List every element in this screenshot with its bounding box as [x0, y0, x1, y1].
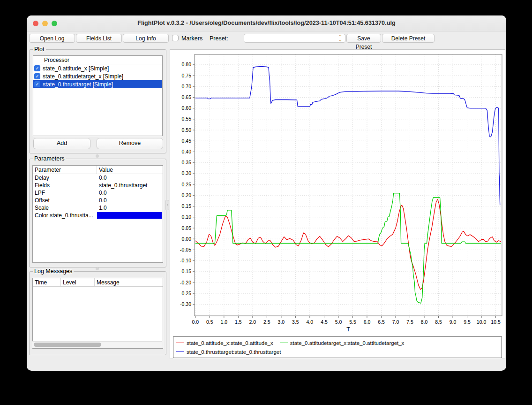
x-tick-label: 5.5: [349, 319, 356, 325]
checkbox-column: [33, 56, 41, 64]
x-tick-label: 9.5: [464, 319, 471, 325]
processor-list: Processor ✓state_0.attitude_x [Simple]✓s…: [33, 55, 163, 136]
parameter-value: 0.0: [97, 197, 163, 204]
x-tick-label: 5.0: [335, 319, 342, 325]
splitter-handle[interactable]: [96, 154, 99, 158]
x-tick-label: 10.0: [477, 319, 487, 325]
legend-label: state_0.attitude_x:state_0.attitude_x: [187, 340, 273, 346]
item-checkbox[interactable]: ✓: [34, 65, 40, 71]
y-tick-label: -0.15: [180, 268, 191, 274]
parameter-row[interactable]: LPF0.0: [33, 189, 163, 197]
preset-combobox[interactable]: ⌃⌄: [244, 34, 345, 43]
horizontal-scrollbar: [32, 341, 162, 348]
y-tick-label: -0.10: [180, 258, 191, 263]
parameters-table-header: Parameter Value: [33, 166, 163, 174]
remove-button[interactable]: Remove: [97, 138, 163, 149]
x-tick-label: 1.0: [221, 319, 228, 325]
parameter-row[interactable]: Scale1.0: [33, 204, 163, 212]
markers-checkbox[interactable]: [172, 35, 179, 41]
parameters-table: Parameter Value Delay0.0Fieldsstate_0.th…: [32, 165, 163, 263]
x-tick-label: 3.0: [278, 319, 285, 325]
x-tick-label: 3.5: [292, 319, 299, 325]
y-tick-label: 0.15: [182, 203, 192, 209]
time-column-header: Time: [33, 278, 61, 286]
x-tick-label: 4.5: [321, 319, 328, 325]
x-tick-label: 7.5: [406, 319, 413, 325]
log-messages-table: Time Level Message: [32, 278, 163, 349]
parameter-column-header: Parameter: [33, 166, 97, 174]
x-tick-label: 0.5: [206, 319, 213, 325]
legend-item: state_0.thrusttarget:state_0.thrusttarge…: [176, 349, 281, 355]
y-tick-label: 0.30: [182, 170, 192, 176]
save-preset-button[interactable]: Save Preset: [346, 34, 381, 43]
splitter-handle[interactable]: [96, 267, 99, 270]
parameter-name: LPF: [33, 189, 97, 197]
value-column-header: Value: [97, 166, 163, 174]
x-tick-label: 1.5: [235, 319, 242, 325]
window-title: FlightPlot v.0.3.2 - /Users/oleg/Documen…: [27, 20, 506, 26]
y-tick-label: 0.55: [182, 116, 192, 122]
parameter-row[interactable]: Fieldsstate_0.thrusttarget: [33, 182, 163, 189]
log-messages-group: Log Messages Time Level Message: [29, 271, 166, 355]
item-label: state_0.attitudetarget_x [Simple]: [41, 73, 123, 80]
plot-group: Plot Processor ✓state_0.attitude_x [Simp…: [29, 49, 166, 153]
x-tick-label: 6.5: [378, 319, 385, 325]
x-tick-label: 2.0: [249, 319, 256, 325]
parameter-value: 1.0: [97, 204, 163, 212]
message-column-header: Message: [95, 278, 163, 286]
x-tick-label: 10.5: [491, 319, 501, 325]
legend-line-icon: [176, 343, 184, 343]
y-tick-label: 0.10: [182, 214, 192, 220]
color-parameter-row[interactable]: Color state_0.thrustta...: [33, 212, 163, 219]
legend-line-icon: [176, 352, 184, 352]
open-log-button[interactable]: Open Log: [29, 34, 75, 43]
plot-border: [195, 54, 502, 316]
legend-label: state_0.attitudetarget_x:state_0.attitud…: [290, 340, 405, 346]
plot-group-title: Plot: [33, 46, 46, 53]
parameter-row[interactable]: Delay0.0: [33, 174, 163, 182]
processor-list-item[interactable]: ✓state_0.attitudetarget_x [Simple]: [33, 72, 162, 80]
parameter-name: Offset: [33, 197, 97, 204]
y-tick-label: -0.25: [180, 290, 191, 296]
y-tick-label: 0.75: [182, 73, 192, 78]
add-button[interactable]: Add: [33, 138, 90, 149]
processor-list-item[interactable]: ✓state_0.attitude_x [Simple]: [33, 64, 162, 72]
title-bar[interactable]: FlightPlot v.0.3.2 - /Users/oleg/Documen…: [27, 15, 506, 31]
y-tick-label: 0.70: [182, 84, 192, 89]
desktop-background: FlightPlot v.0.3.2 - /Users/oleg/Documen…: [0, 0, 532, 405]
y-tick-label: 0.25: [182, 182, 192, 187]
y-tick-label: 0.60: [182, 105, 192, 111]
y-tick-label: -0.30: [180, 301, 191, 307]
legend-item: state_0.attitude_x:state_0.attitude_x: [176, 340, 273, 346]
item-checkbox[interactable]: ✓: [34, 81, 40, 87]
fields-list-button[interactable]: Fields List: [76, 34, 122, 43]
parameter-name: Fields: [33, 182, 97, 189]
log-info-button[interactable]: Log Info: [123, 34, 169, 43]
processor-column-header: Processor: [41, 57, 69, 63]
parameter-name: Color state_0.thrustta...: [33, 212, 97, 219]
item-label: state_0.thrusttarget [Simple]: [41, 81, 113, 88]
delete-preset-button[interactable]: Delete Preset: [382, 34, 435, 43]
level-column-header: Level: [61, 278, 95, 286]
chart-legend: state_0.attitude_x:state_0.attitude_xsta…: [173, 336, 502, 358]
scrollbar-thumb[interactable]: [34, 343, 101, 347]
x-tick-label: 7.0: [392, 319, 399, 325]
item-checkbox[interactable]: ✓: [34, 73, 40, 79]
flight-plot-chart[interactable]: 0.00.51.01.52.02.53.03.54.04.55.05.56.06…: [170, 50, 505, 335]
parameter-row[interactable]: Offset0.0: [33, 197, 163, 204]
y-tick-label: 0.05: [182, 225, 192, 231]
vertical-splitter-handle[interactable]: [165, 200, 169, 210]
legend-row: state_0.thrusttarget:state_0.thrusttarge…: [176, 347, 499, 356]
x-tick-label: 4.0: [307, 319, 314, 325]
log-messages-group-title: Log Messages: [33, 268, 74, 275]
parameter-value: 0.0: [97, 189, 163, 197]
processor-list-item[interactable]: ✓state_0.thrusttarget [Simple]: [33, 80, 162, 88]
x-tick-label: 6.0: [364, 319, 371, 325]
legend-label: state_0.thrusttarget:state_0.thrusttarge…: [187, 349, 281, 355]
y-tick-label: 0.45: [182, 138, 192, 144]
y-tick-label: 0.20: [182, 192, 192, 198]
legend-line-icon: [280, 343, 288, 343]
color-swatch[interactable]: [97, 212, 162, 219]
y-tick-label: 0.65: [182, 94, 192, 100]
parameters-group: Parameters Parameter Value Delay0.0Field…: [29, 159, 166, 267]
